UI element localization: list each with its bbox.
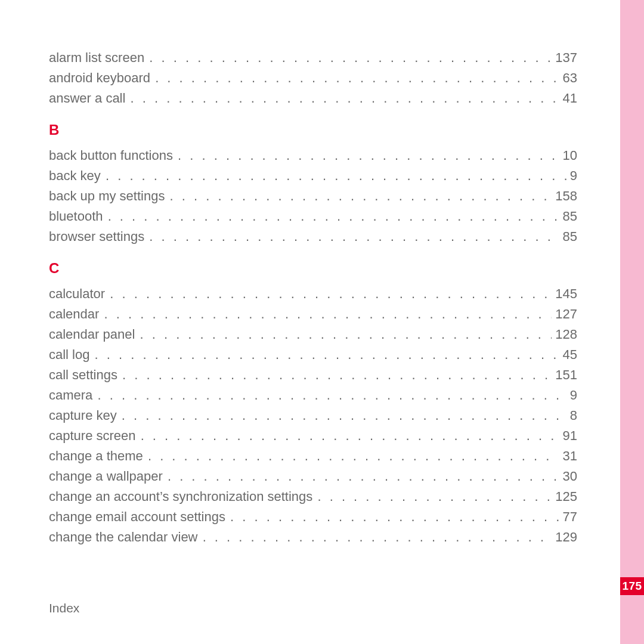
page-number-tab: 175 — [620, 577, 644, 595]
index-entry[interactable]: android keyboard . . . . . . . . . . . .… — [49, 72, 577, 85]
index-entry-page: 145 — [552, 287, 577, 301]
dot-leader: . . . . . . . . . . . . . . . . . . . . … — [154, 72, 559, 85]
index-entry[interactable]: capture screen . . . . . . . . . . . . .… — [49, 429, 577, 442]
dot-leader: . . . . . . . . . . . . . . . . . . . . … — [96, 389, 566, 402]
index-entry-page: 125 — [552, 490, 577, 503]
dot-leader: . . . . . . . . . . . . . . . . . . . . … — [229, 510, 559, 524]
index-entry-label: camera — [49, 389, 96, 402]
dot-leader: . . . . . . . . . . . . . . . . . . . . … — [140, 429, 559, 442]
index-entry-page: 137 — [552, 51, 577, 64]
index-entry-page: 8 — [566, 409, 577, 422]
index-entry[interactable]: bluetooth . . . . . . . . . . . . . . . … — [49, 210, 577, 223]
index-entry-page: 151 — [552, 369, 577, 382]
index-entry[interactable]: calendar panel . . . . . . . . . . . . .… — [49, 328, 577, 341]
dot-leader: . . . . . . . . . . . . . . . . . . . . … — [121, 369, 552, 382]
side-accent-bar — [620, 0, 644, 644]
index-entry[interactable]: change a theme . . . . . . . . . . . . .… — [49, 450, 577, 463]
index-entry-page: 30 — [559, 470, 577, 483]
dot-leader: . . . . . . . . . . . . . . . . . . . . … — [177, 149, 559, 162]
index-entry-label: change the calendar view — [49, 531, 202, 544]
index-entry-label: calendar — [49, 308, 103, 321]
dot-leader: . . . . . . . . . . . . . . . . . . . . … — [202, 531, 552, 544]
index-entry-page: 85 — [559, 210, 577, 223]
index-entry[interactable]: change a wallpaper . . . . . . . . . . .… — [49, 470, 577, 483]
index-entry-page: 91 — [559, 429, 577, 442]
footer-label: Index — [49, 601, 79, 615]
index-entry-page: 9 — [566, 389, 577, 402]
index-entry-label: back button functions — [49, 149, 177, 162]
index-section-heading: C — [49, 260, 577, 277]
dot-leader: . . . . . . . . . . . . . . . . . . . . … — [107, 210, 559, 223]
index-entry[interactable]: back up my settings . . . . . . . . . . … — [49, 190, 577, 203]
dot-leader: . . . . . . . . . . . . . . . . . . . . … — [120, 409, 566, 422]
dot-leader: . . . . . . . . . . . . . . . . . . . . … — [147, 450, 559, 463]
index-entry-page: 45 — [559, 348, 577, 361]
index-entry-label: alarm list screen — [49, 51, 148, 64]
index-entry-page: 128 — [552, 328, 577, 341]
index-entry-label: change a wallpaper — [49, 470, 166, 483]
index-entry-page: 10 — [559, 149, 577, 162]
index-entry[interactable]: change an account’s synchronization sett… — [49, 490, 577, 503]
index-entry[interactable]: change the calendar view . . . . . . . .… — [49, 531, 577, 544]
index-entry[interactable]: call settings . . . . . . . . . . . . . … — [49, 369, 577, 382]
index-entry-label: capture screen — [49, 429, 140, 442]
dot-leader: . . . . . . . . . . . . . . . . . . . . … — [316, 490, 552, 503]
index-entry[interactable]: back key . . . . . . . . . . . . . . . .… — [49, 169, 577, 182]
dot-leader: . . . . . . . . . . . . . . . . . . . . … — [103, 308, 552, 321]
index-entry-label: back key — [49, 169, 104, 182]
index-entry-page: 127 — [552, 308, 577, 321]
index-entry[interactable]: browser settings . . . . . . . . . . . .… — [49, 230, 577, 243]
index-entry-label: answer a call — [49, 92, 129, 105]
index-entry-label: capture key — [49, 409, 120, 422]
dot-leader: . . . . . . . . . . . . . . . . . . . . … — [148, 230, 559, 243]
index-entry[interactable]: call log . . . . . . . . . . . . . . . .… — [49, 348, 577, 361]
dot-leader: . . . . . . . . . . . . . . . . . . . . … — [104, 169, 566, 182]
index-entry[interactable]: alarm list screen . . . . . . . . . . . … — [49, 51, 577, 64]
index-entry[interactable]: answer a call . . . . . . . . . . . . . … — [49, 92, 577, 105]
index-entry-page: 77 — [559, 510, 577, 524]
index-entry-label: bluetooth — [49, 210, 107, 223]
index-entry-page: 63 — [559, 72, 577, 85]
index-entry-page: 9 — [566, 169, 577, 182]
index-entry-label: call settings — [49, 369, 121, 382]
index-section-heading: B — [49, 122, 577, 138]
dot-leader: . . . . . . . . . . . . . . . . . . . . … — [129, 92, 559, 105]
index-entry-label: calendar panel — [49, 328, 138, 341]
index-entry-page: 85 — [559, 230, 577, 243]
index-entry-page: 31 — [559, 450, 577, 463]
index-entry[interactable]: change email account settings . . . . . … — [49, 510, 577, 524]
index-entry-label: browser settings — [49, 230, 148, 243]
index-entry-page: 158 — [552, 190, 577, 203]
dot-leader: . . . . . . . . . . . . . . . . . . . . … — [109, 287, 552, 301]
index-entry[interactable]: calculator . . . . . . . . . . . . . . .… — [49, 287, 577, 301]
dot-leader: . . . . . . . . . . . . . . . . . . . . … — [138, 328, 552, 341]
dot-leader: . . . . . . . . . . . . . . . . . . . . … — [169, 190, 552, 203]
index-entry-label: change a theme — [49, 450, 147, 463]
page-number: 175 — [622, 580, 642, 593]
index-entry[interactable]: calendar . . . . . . . . . . . . . . . .… — [49, 308, 577, 321]
index-entry-label: calculator — [49, 287, 109, 301]
dot-leader: . . . . . . . . . . . . . . . . . . . . … — [94, 348, 559, 361]
dot-leader: . . . . . . . . . . . . . . . . . . . . … — [148, 51, 552, 64]
index-entry[interactable]: capture key . . . . . . . . . . . . . . … — [49, 409, 577, 422]
index-entry-label: change an account’s synchronization sett… — [49, 490, 316, 503]
index-entry[interactable]: back button functions . . . . . . . . . … — [49, 149, 577, 162]
index-entry-label: call log — [49, 348, 94, 361]
index-entry-label: back up my settings — [49, 190, 169, 203]
index-entry-label: android keyboard — [49, 72, 154, 85]
index-entry-page: 129 — [552, 531, 577, 544]
dot-leader: . . . . . . . . . . . . . . . . . . . . … — [166, 470, 559, 483]
index-entry[interactable]: camera . . . . . . . . . . . . . . . . .… — [49, 389, 577, 402]
index-entry-page: 41 — [559, 92, 577, 105]
index-entry-label: change email account settings — [49, 510, 229, 524]
index-page: alarm list screen . . . . . . . . . . . … — [0, 0, 620, 644]
